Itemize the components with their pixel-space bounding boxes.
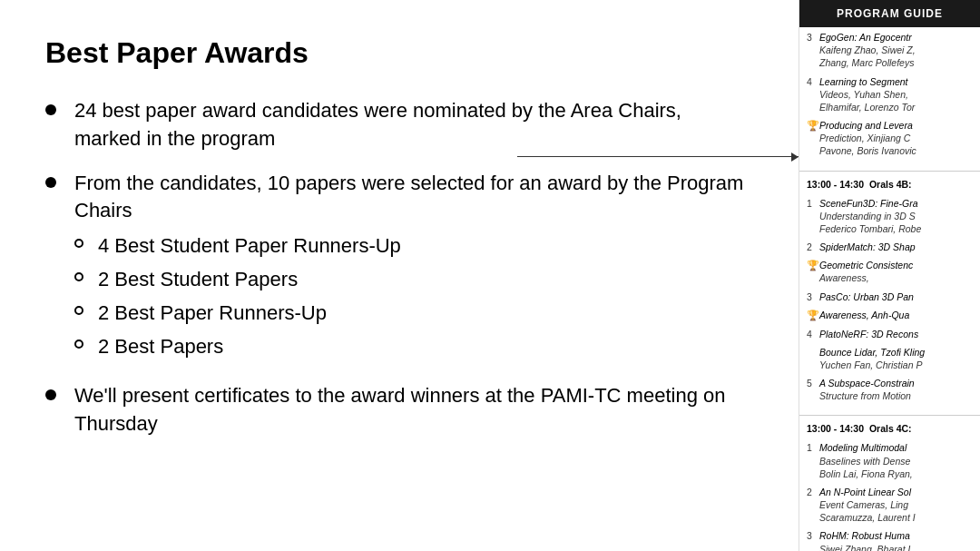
sub-dot: [74, 339, 83, 349]
panel-item: 5 A Subspace-Constrain Structure from Mo…: [807, 377, 973, 402]
panel-top-items: 3 EgoGen: An Egocentr Kaifeng Zhao, Siwe…: [799, 27, 980, 167]
list-item: 2 Best Paper Runners-Up: [74, 300, 753, 328]
subitem-text: 2 Best Papers: [98, 333, 223, 361]
sub-dot: [74, 272, 83, 281]
bullet-list: 24 best paper award candidates were nomi…: [45, 97, 753, 438]
arrow-line: [517, 156, 799, 158]
list-item: 2 Best Student Papers: [74, 266, 753, 294]
panel-item: 4 Learning to Segment Videos, Yuhan Shen…: [807, 75, 973, 114]
session-header-4b: 13:00 - 14:30 Orals 4B:: [799, 179, 980, 190]
bullet-dot: [45, 389, 56, 400]
panel-item: 3 EgoGen: An Egocentr Kaifeng Zhao, Siwe…: [807, 31, 973, 70]
bullet-dot: [45, 104, 56, 115]
bullet-text-2: From the candidates, 10 papers were sele…: [74, 172, 743, 222]
panel-item: 1 SceneFun3D: Fine-Gra Understanding in …: [807, 197, 973, 236]
divider: [799, 415, 980, 416]
list-item: 24 best paper award candidates were nomi…: [45, 97, 753, 153]
sub-list: 4 Best Student Paper Runners-Up 2 Best S…: [74, 232, 753, 360]
sub-dot: [74, 306, 83, 315]
trophy-icon: 🏆: [807, 309, 819, 322]
bullet-text-1: 24 best paper award candidates were nomi…: [74, 97, 753, 153]
panel-item: 2 An N-Point Linear Sol Event Cameras, L…: [807, 486, 973, 525]
panel-item: 🏆 Producing and Levera Prediction, Xinji…: [807, 119, 973, 158]
list-item: We'll present certificates to the award …: [45, 382, 753, 438]
sub-dot: [74, 239, 83, 248]
panel-item: 🏆 Awareness, Anh-Qua: [807, 309, 973, 322]
bullet-dot: [45, 177, 56, 188]
panel-session-4c: 1 Modeling Multimodal Baselines with Den…: [799, 438, 980, 551]
bullet-content-2: From the candidates, 10 papers were sele…: [74, 170, 753, 367]
panel-item: 2 SpiderMatch: 3D Shap: [807, 241, 973, 253]
subitem-text: 2 Best Student Papers: [98, 266, 298, 294]
session-header-4c: 13:00 - 14:30 Orals 4C:: [799, 423, 980, 434]
list-item: 4 Best Student Paper Runners-Up: [74, 232, 753, 261]
panel-session-4b: 1 SceneFun3D: Fine-Gra Understanding in …: [799, 193, 980, 412]
panel-item: 4 PlatoNeRF: 3D Recons: [807, 328, 973, 340]
panel-item: 3 PasCo: Urban 3D Pan: [807, 290, 973, 303]
subitem-text: 2 Best Paper Runners-Up: [98, 300, 327, 328]
panel-item: Bounce Lidar, Tzofi Kling Yuchen Fan, Ch…: [807, 346, 973, 371]
trophy-icon: 🏆: [807, 119, 819, 158]
list-item: From the candidates, 10 papers were sele…: [45, 170, 753, 367]
divider: [799, 171, 980, 172]
page-title: Best Paper Awards: [45, 36, 753, 70]
subitem-text: 4 Best Student Paper Runners-Up: [98, 232, 401, 261]
panel-item: 🏆 Geometric Consistenc Awareness,: [807, 259, 973, 284]
right-panel: PROGRAM GUIDE 3 EgoGen: An Egocentr Kaif…: [799, 0, 980, 551]
bullet-text-3: We'll present certificates to the award …: [74, 382, 753, 438]
list-item: 2 Best Papers: [74, 333, 753, 361]
panel-item: 3 RoHM: Robust Huma Siwei Zhang, Bharat …: [807, 529, 973, 551]
main-content: Best Paper Awards 24 best paper award ca…: [0, 0, 799, 551]
trophy-icon: 🏆: [807, 259, 819, 284]
panel-item: 1 Modeling Multimodal Baselines with Den…: [807, 441, 973, 480]
panel-header: PROGRAM GUIDE: [799, 0, 980, 27]
